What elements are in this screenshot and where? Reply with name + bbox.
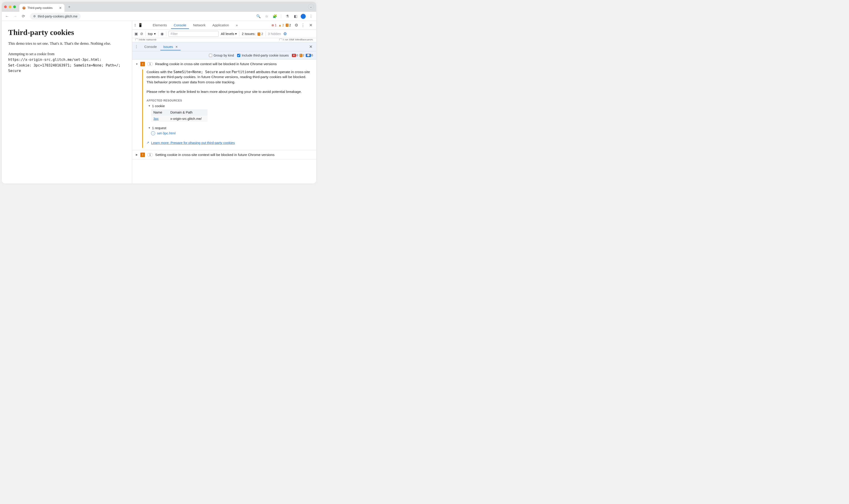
tab-favicon: 🍪 [22, 6, 26, 10]
nav-back-button[interactable]: ← [4, 14, 10, 19]
group-by-kind-checkbox[interactable]: Group by kind [209, 54, 234, 57]
minimize-window-icon[interactable] [8, 5, 11, 8]
error-badge[interactable]: ⊗ 1 [271, 23, 277, 27]
chrome-tab-strip: 🍪 Third-party cookies ✕ ＋ ⌄ [2, 2, 316, 12]
hide-network-checkbox[interactable] [135, 39, 138, 40]
devtools-menu-icon[interactable]: ⋮ [300, 23, 306, 28]
issues-count-label[interactable]: 2 Issues: [242, 32, 255, 36]
issue-severity-icon: ! [140, 62, 145, 66]
devtools-main-tabs: ⟟ 📱 Elements Console Network Application… [132, 21, 316, 30]
affected-request-link[interactable]: ↕ set-3pc.html [151, 131, 313, 135]
toolbar-divider [281, 14, 281, 18]
disclosure-triangle-icon: ▼ [148, 104, 151, 107]
bookmark-star-icon[interactable]: ☆ [264, 14, 270, 18]
drawer-tab-issues[interactable]: Issues ✕ [160, 43, 180, 50]
console-settings-clipped: Hide network Log XMLHttpRequests [132, 38, 316, 42]
content-split: Third-party cookies This demo tries to s… [2, 21, 316, 183]
chevron-down-icon: ▾ [235, 32, 237, 36]
tab-application[interactable]: Application [210, 21, 232, 29]
disclosure-triangle-icon: ▼ [148, 126, 151, 129]
inspect-element-icon[interactable]: ⟟ [135, 23, 136, 27]
url-toolbar: ← → ⟳ ⚙ third-party-cookies.glitch.me 🔍 … [2, 12, 316, 21]
hidden-messages-label[interactable]: 3 hidden [268, 32, 281, 36]
disclosure-triangle-icon[interactable]: ▼ [135, 62, 138, 66]
devtools-drawer-tabs: ⋮ Console Issues ✕ ✕ [132, 42, 316, 51]
log-xhr-checkbox[interactable] [279, 39, 282, 40]
labs-icon[interactable]: ⚗ [284, 14, 290, 18]
issue-detail: Cookies with the SameSite=None; Secure a… [142, 70, 313, 148]
drawer-menu-icon[interactable]: ⋮ [135, 44, 138, 49]
divider [145, 31, 146, 36]
issue-header[interactable]: ▼ ! 1 Reading cookie in cross-site conte… [135, 62, 313, 66]
issue-title: Setting cookie in cross-site context wil… [155, 153, 275, 157]
devtools-close-icon[interactable]: ✕ [308, 23, 314, 28]
profile-avatar[interactable]: 👤 [301, 14, 306, 19]
device-toolbar-icon[interactable]: 📱 [138, 23, 143, 27]
drawer-tab-console[interactable]: Console [141, 43, 159, 50]
tab-console[interactable]: Console [171, 21, 189, 29]
issue-title: Reading cookie in cross-site context wil… [155, 62, 277, 66]
omnibox[interactable]: ⚙ third-party-cookies.glitch.me [30, 13, 81, 20]
new-tab-button[interactable]: ＋ [66, 4, 72, 10]
tab-network[interactable]: Network [190, 21, 208, 29]
chrome-menu-icon[interactable]: ⋮ [308, 14, 314, 18]
console-sidebar-toggle-icon[interactable]: ▣ [135, 32, 138, 36]
tab-close-icon[interactable]: ✕ [59, 6, 62, 10]
active-tab[interactable]: 🍪 Third-party cookies ✕ [19, 4, 65, 12]
context-selector[interactable]: top ▾ [148, 32, 156, 36]
cookie-toggle[interactable]: ▼ 1 cookie [148, 104, 313, 108]
issues-toolbar: Group by kind Include third-party cookie… [132, 51, 316, 59]
tabs-overflow-button[interactable]: ⌄ [308, 4, 314, 10]
cookie-domain-cell: x-origin-src.glitch.me/ [168, 115, 208, 122]
live-expression-icon[interactable]: ◉ [161, 32, 164, 36]
side-panel-icon[interactable]: ◧ [293, 14, 298, 18]
divider [158, 31, 158, 36]
set-cookie-line: Set-Cookie: 3pc=1703240163971; SameSite=… [8, 64, 121, 73]
console-settings-icon[interactable]: ⚙ [283, 31, 287, 36]
affected-cookies-table: Name Domain & Path 3pc x-origin-src.glit… [151, 109, 207, 122]
more-tabs-button[interactable]: » [233, 21, 240, 29]
issues-counts: ✕ 0 ! 2 💬 0 [292, 54, 313, 57]
log-level-selector[interactable]: All levels ▾ [221, 32, 237, 36]
tab-elements[interactable]: Elements [150, 21, 170, 29]
issue-header[interactable]: ▶ ! 1 Setting cookie in cross-site conte… [135, 152, 313, 157]
issues-body: ▼ ! 1 Reading cookie in cross-site conte… [132, 59, 316, 183]
browser-window: 🍪 Third-party cookies ✕ ＋ ⌄ ← → ⟳ ⚙ thir… [2, 2, 316, 183]
attempt-url: https://x-origin-src.glitch.me/set-3pc.h… [8, 58, 99, 62]
console-toolbar: ▣ ⊘ top ▾ ◉ Filter All levels ▾ 2 Issues… [132, 30, 316, 38]
issue-paragraph: Cookies with the SameSite=None; Secure a… [146, 70, 313, 85]
url-text: third-party-cookies.glitch.me [38, 15, 77, 18]
issues-count-badge: ! 2 [258, 32, 263, 36]
window-traffic-lights [4, 5, 16, 8]
attempt-text: Attempting to set a cookie from [8, 52, 54, 56]
err-count: ✕ 0 [292, 54, 298, 57]
table-row: 3pc x-origin-src.glitch.me/ [151, 115, 207, 122]
issue-warn-badge[interactable]: ! 2 [286, 23, 291, 27]
divider [239, 31, 240, 36]
drawer-close-icon[interactable]: ✕ [308, 44, 314, 49]
devtools-settings-icon[interactable]: ⚙ [295, 23, 298, 28]
drawer-tab-close-icon[interactable]: ✕ [175, 45, 178, 49]
clear-console-icon[interactable]: ⊘ [140, 32, 143, 36]
request-toggle[interactable]: ▼ 1 request [148, 126, 313, 130]
extensions-icon[interactable]: 🧩 [272, 14, 278, 18]
console-filter-input[interactable]: Filter [169, 31, 218, 37]
cookie-name-link[interactable]: 3pc [153, 117, 159, 121]
affected-resources-heading: AFFECTED RESOURCES [146, 99, 313, 102]
learn-more-link[interactable]: ↗ Learn more: Prepare for phasing out th… [146, 141, 313, 145]
zoom-icon[interactable]: 🔍 [255, 14, 261, 18]
warn-count: ! 2 [300, 54, 304, 57]
info-count: 💬 0 [306, 54, 313, 57]
reload-button[interactable]: ⟳ [20, 14, 26, 19]
maximize-window-icon[interactable] [13, 5, 16, 8]
include-3pc-checkbox[interactable]: Include third-party cookie issues [237, 54, 289, 57]
nav-forward-button[interactable]: → [12, 14, 18, 19]
request-icon: ↕ [151, 131, 155, 135]
issue-count-pill: 1 [147, 153, 153, 157]
warning-badge[interactable]: ▲ 2 [279, 23, 284, 27]
web-page-content: Third-party cookies This demo tries to s… [2, 21, 132, 183]
close-window-icon[interactable] [4, 5, 7, 8]
site-settings-icon[interactable]: ⚙ [33, 15, 36, 18]
issue-paragraph: Please refer to the article linked to le… [146, 89, 313, 94]
disclosure-triangle-icon[interactable]: ▶ [135, 153, 138, 156]
